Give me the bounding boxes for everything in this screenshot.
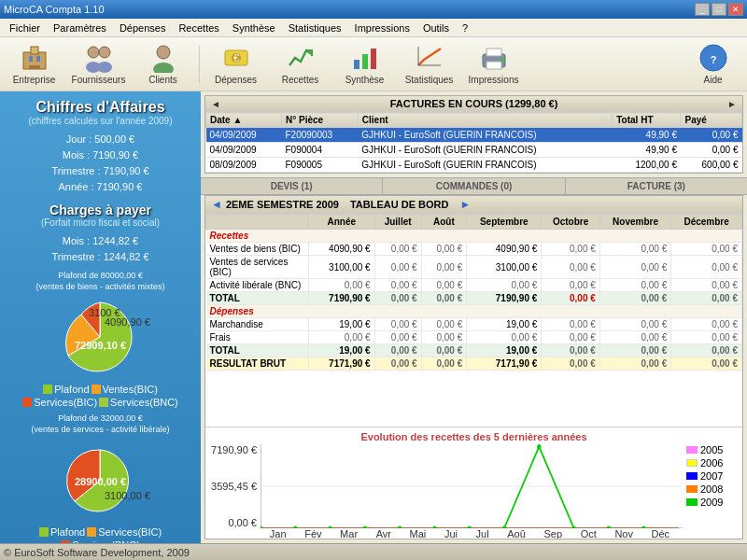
cell: 7190,90 € bbox=[467, 292, 542, 305]
minimize-button[interactable]: _ bbox=[695, 3, 710, 16]
pie2-legend: Plafond Services(BIC) Services(BNC) bbox=[7, 526, 193, 543]
svg-rect-4 bbox=[29, 65, 40, 69]
menu-fichier[interactable]: Fichier bbox=[4, 21, 46, 35]
cell: 0,00 € bbox=[421, 243, 467, 256]
ca-trimestre: Trimestre : 7190,90 € bbox=[7, 163, 193, 179]
menu-synthese[interactable]: Synthèse bbox=[227, 21, 281, 35]
legend-servicesbic: Services(BIC) bbox=[22, 397, 97, 408]
dash-nav-right[interactable]: ► bbox=[459, 198, 471, 211]
cell: 0,00 € bbox=[374, 292, 421, 305]
chart-title: Evolution des recettes des 5 dernières a… bbox=[209, 431, 739, 442]
section-recettes-label: Recettes bbox=[206, 230, 742, 243]
col-piece: N° Pièce bbox=[282, 113, 359, 128]
close-button[interactable]: ✕ bbox=[728, 3, 743, 16]
cell: 0,00 € bbox=[599, 357, 670, 371]
legend-ventesbic: Ventes(BIC) bbox=[92, 384, 158, 395]
svg-text:3100,00 €: 3100,00 € bbox=[105, 490, 150, 501]
invoice-row[interactable]: 04/09/2009 F090004 GJHKUI - EuroSoft (GU… bbox=[206, 143, 742, 158]
charges-trimestre: Trimestre : 1244,82 € bbox=[7, 249, 193, 265]
cell: 19,00 € bbox=[309, 344, 375, 357]
cell: 19,00 € bbox=[467, 318, 542, 331]
col-header-aout: Août bbox=[421, 215, 467, 230]
charges-subtitle: (Forfait micro fiscal et social) bbox=[7, 217, 193, 228]
x-jui: Jui bbox=[444, 528, 458, 539]
cell: 19,00 € bbox=[309, 318, 375, 331]
tab-facture[interactable]: FACTURE (3) bbox=[566, 178, 747, 194]
main-content: Chiffres d'Affaires (chiffres calculés s… bbox=[0, 91, 747, 543]
scroll-left-icon[interactable]: ◄ bbox=[211, 99, 220, 109]
cell: 7190,90 € bbox=[309, 292, 375, 305]
legend-label-2007: 2007 bbox=[700, 470, 723, 482]
menu-bar: Fichier Paramètres Dépenses Recettes Syn… bbox=[0, 19, 747, 37]
dashboard-table-container[interactable]: Année Juillet Août Septembre Octobre Nov… bbox=[205, 214, 742, 427]
scroll-right-icon[interactable]: ► bbox=[727, 99, 737, 109]
invoice-row[interactable]: 08/09/2009 F090005 GJHKUI - EuroSoft (GU… bbox=[206, 158, 742, 173]
cell: 0,00 € bbox=[374, 318, 421, 331]
toolbar-synthese[interactable]: Synthèse bbox=[334, 40, 395, 89]
impressions-icon bbox=[479, 43, 509, 73]
menu-impressions[interactable]: Impressions bbox=[349, 21, 416, 35]
menu-aide[interactable]: ? bbox=[457, 21, 473, 35]
x-avr: Avr bbox=[376, 528, 391, 539]
svg-point-41 bbox=[537, 444, 542, 449]
cell: 0,00 € bbox=[599, 256, 670, 279]
inv-paye: 600,00 € bbox=[681, 158, 742, 173]
maximize-button[interactable]: □ bbox=[712, 3, 726, 16]
tab-commandes[interactable]: COMMANDES (0) bbox=[383, 178, 565, 194]
cell: 0,00 € bbox=[671, 292, 742, 305]
menu-depenses[interactable]: Dépenses bbox=[114, 21, 172, 35]
invoices-section: ◄ FACTURES EN COURS (1299,80 €) ► Date ▲… bbox=[204, 95, 743, 174]
svg-point-43 bbox=[607, 526, 612, 529]
inv-client: GJHKUI - EuroSoft (GUERIN FRANCOIS) bbox=[358, 158, 612, 173]
cell: 4090,90 € bbox=[467, 243, 542, 256]
menu-parametres[interactable]: Paramètres bbox=[48, 21, 112, 35]
toolbar-depenses-label: Dépenses bbox=[215, 75, 257, 85]
toolbar-statistiques[interactable]: Statistiques bbox=[399, 40, 459, 89]
toolbar-impressions[interactable]: Impressions bbox=[463, 40, 524, 89]
aide-icon: ? bbox=[698, 43, 728, 73]
dash-title: TABLEAU DE BORD bbox=[350, 199, 449, 210]
cell: 0,00 € bbox=[599, 331, 670, 344]
cell: 0,00 € bbox=[467, 279, 542, 292]
dash-nav-left[interactable]: ◄ bbox=[211, 198, 222, 211]
y-label-top: 7190,90 € bbox=[211, 444, 257, 455]
toolbar-fournisseurs[interactable]: Fournisseurs bbox=[68, 40, 129, 89]
toolbar-entreprise-label: Entreprise bbox=[13, 75, 56, 85]
cell: 0,00 € bbox=[374, 243, 421, 256]
toolbar-synthese-label: Synthèse bbox=[345, 75, 385, 85]
toolbar-recettes[interactable]: Recettes bbox=[270, 40, 331, 89]
inv-client: GJHKUI - EuroSoft (GUERIN FRANCOIS) bbox=[358, 143, 612, 158]
cell: 0,00 € bbox=[671, 243, 742, 256]
invoices-title: FACTURES EN COURS (1299,80 €) bbox=[390, 98, 558, 109]
ca-jour: Jour : 500,00 € bbox=[7, 132, 193, 147]
cell: 0,00 € bbox=[671, 357, 742, 371]
toolbar-depenses[interactable]: € Dépenses bbox=[205, 40, 266, 89]
cell: 0,00 € bbox=[542, 292, 599, 305]
legend-plafond1: Plafond bbox=[43, 384, 89, 395]
menu-outils[interactable]: Outils bbox=[417, 21, 455, 35]
inv-total: 1200,00 € bbox=[613, 158, 681, 173]
invoice-row[interactable]: 04/09/2009 F20090003 GJHKUI - EuroSoft (… bbox=[206, 128, 742, 143]
inv-total: 49,90 € bbox=[613, 128, 681, 143]
svg-rect-15 bbox=[362, 54, 368, 69]
toolbar-clients[interactable]: Clients bbox=[133, 40, 193, 89]
row-label: Ventes de biens (BIC) bbox=[206, 243, 309, 256]
chart-legend: 2005 2006 2007 2008 bbox=[683, 444, 739, 528]
x-jul: Jul bbox=[476, 528, 489, 539]
cell: 0,00 € bbox=[374, 331, 421, 344]
menu-recettes[interactable]: Recettes bbox=[173, 21, 224, 35]
svg-point-44 bbox=[641, 526, 646, 529]
col-header-decembre: Décembre bbox=[671, 215, 742, 230]
pie2-container: 28900,00 € 3100,00 € bbox=[7, 436, 193, 525]
row-ventes-biens: Ventes de biens (BIC) 4090,90 € 0,00 € 0… bbox=[206, 243, 742, 256]
tab-devis[interactable]: DEVIS (1) bbox=[201, 178, 383, 194]
svg-rect-2 bbox=[36, 56, 40, 62]
toolbar-entreprise[interactable]: Entreprise bbox=[4, 40, 64, 89]
toolbar-aide[interactable]: ? Aide bbox=[683, 40, 743, 89]
cell: 0,00 € bbox=[374, 279, 421, 292]
toolbar-sep-1 bbox=[199, 46, 200, 83]
menu-statistiques[interactable]: Statistiques bbox=[283, 21, 347, 35]
col-header-juillet: Juillet bbox=[374, 215, 421, 230]
y-label-mid: 3595,45 € bbox=[211, 481, 257, 492]
x-jan: Jan bbox=[270, 528, 287, 539]
